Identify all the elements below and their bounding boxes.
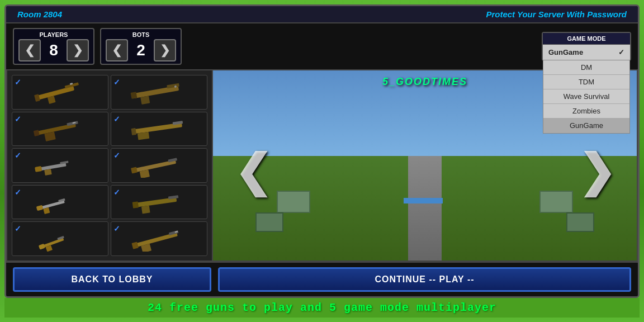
- weapon-img-6: [113, 151, 205, 179]
- weapon-check-3: ✓: [15, 115, 21, 124]
- bots-label: BOTS: [132, 31, 150, 38]
- weapon-check-1: ✓: [15, 78, 21, 87]
- weapon-slot-3[interactable]: ✓: [12, 112, 108, 146]
- weapon-slot-7[interactable]: ✓: [12, 185, 108, 220]
- svg-rect-33: [141, 206, 150, 214]
- game-mode-selected[interactable]: GunGame ✓: [543, 45, 630, 60]
- svg-rect-13: [33, 130, 39, 136]
- top-bar: Room 2804 Protect Your Server With Passw…: [6, 6, 638, 23]
- bots-counter: BOTS ❮ 2 ❯: [100, 28, 182, 65]
- svg-rect-0: [35, 86, 74, 101]
- weapon-img-1: [15, 78, 106, 106]
- weapon-slot-8[interactable]: ✓: [111, 185, 207, 220]
- weapons-panel: ✓ ✓: [6, 70, 213, 262]
- svg-rect-21: [44, 169, 52, 176]
- svg-rect-18: [131, 128, 136, 135]
- weapon-slot-10[interactable]: ✓: [111, 221, 207, 256]
- game-mode-value: GunGame: [548, 48, 583, 56]
- promo-bar: 24 free guns to play and 5 game mode mul…: [4, 298, 640, 318]
- players-label: PLAYERS: [40, 31, 68, 38]
- weapon-check-6: ✓: [113, 151, 120, 160]
- bots-wrapper: BOTS ❮ 2 ❯: [106, 31, 176, 61]
- bots-value: 2: [132, 41, 149, 59]
- svg-rect-8: [130, 92, 137, 100]
- inner-panel: Room 2804 Protect Your Server With Passw…: [4, 4, 640, 298]
- svg-rect-38: [38, 243, 45, 249]
- bottom-bar: BACK TO LOBBY CONTINUE -- PLAY --: [6, 262, 638, 296]
- players-counter: PLAYERS ❮ 8 ❯: [13, 28, 94, 65]
- players-increase-button[interactable]: ❯: [67, 39, 89, 61]
- weapon-img-8: [113, 188, 205, 216]
- weapon-img-4: [113, 115, 205, 143]
- svg-rect-7: [140, 96, 150, 105]
- weapon-check-5: ✓: [15, 151, 21, 160]
- dropdown-item-tdm[interactable]: TDM: [543, 75, 629, 89]
- players-wrapper: PLAYERS ❮ 8 ❯: [18, 31, 89, 61]
- weapon-check-7: ✓: [15, 188, 21, 197]
- svg-rect-22: [35, 166, 42, 172]
- map-prev-button[interactable]: ❮: [234, 149, 272, 194]
- room-name: Room 2804: [17, 10, 62, 19]
- checkmark-icon: ✓: [618, 48, 624, 56]
- weapon-check-10: ✓: [113, 224, 120, 233]
- weapon-check-4: ✓: [113, 115, 120, 124]
- players-value: 8: [45, 41, 62, 59]
- svg-rect-26: [131, 167, 138, 174]
- promo-text: 24 free guns to play and 5 game mode mul…: [148, 301, 496, 314]
- weapon-img-2: [113, 78, 205, 106]
- weapon-check-8: ✓: [113, 188, 120, 197]
- dropdown-item-zombies[interactable]: Zombies: [543, 104, 629, 119]
- game-mode-section: GAME MODE GunGame ✓ DM TDM Wave Survival…: [542, 32, 631, 61]
- bots-decrease-button[interactable]: ❮: [106, 39, 128, 61]
- dropdown-item-wave[interactable]: Wave Survival: [543, 89, 629, 104]
- weapon-img-5: [15, 151, 106, 179]
- weapon-slot-6[interactable]: ✓: [111, 148, 207, 183]
- weapon-img-9: [15, 225, 106, 253]
- continue-play-button[interactable]: CONTINUE -- PLAY --: [218, 267, 631, 292]
- game-mode-dropdown: DM TDM Wave Survival Zombies GunGame: [543, 60, 630, 134]
- password-text: Protect Your Server With Password: [486, 10, 627, 19]
- back-to-lobby-button[interactable]: BACK TO LOBBY: [13, 267, 211, 292]
- weapon-slot-9[interactable]: ✓: [12, 221, 108, 256]
- weapon-check-9: ✓: [15, 224, 21, 233]
- weapon-check-2: ✓: [113, 78, 120, 87]
- map-label: 5_GOODTIMES: [382, 76, 467, 88]
- map-next-button[interactable]: ❯: [578, 149, 615, 194]
- svg-rect-34: [132, 201, 138, 208]
- weapon-slot-1[interactable]: ✓: [12, 75, 108, 110]
- weapon-img-3: [15, 115, 106, 143]
- svg-rect-30: [36, 205, 43, 211]
- dropdown-item-gungame[interactable]: GunGame: [543, 119, 629, 133]
- controls-row: PLAYERS ❮ 8 ❯ BOTS ❮ 2 ❯: [6, 23, 638, 70]
- weapon-slot-4[interactable]: ✓: [111, 112, 207, 146]
- dropdown-item-dm[interactable]: DM: [543, 60, 629, 75]
- weapon-slot-2[interactable]: ✓: [111, 75, 207, 110]
- weapon-img-10: [113, 225, 205, 253]
- weapon-slot-5[interactable]: ✓: [12, 148, 108, 183]
- bots-increase-button[interactable]: ❯: [154, 39, 176, 61]
- game-mode-header: GAME MODE: [543, 33, 630, 45]
- players-decrease-button[interactable]: ❮: [18, 39, 41, 61]
- weapon-img-7: [15, 188, 106, 216]
- outer-container: Room 2804 Protect Your Server With Passw…: [0, 0, 644, 322]
